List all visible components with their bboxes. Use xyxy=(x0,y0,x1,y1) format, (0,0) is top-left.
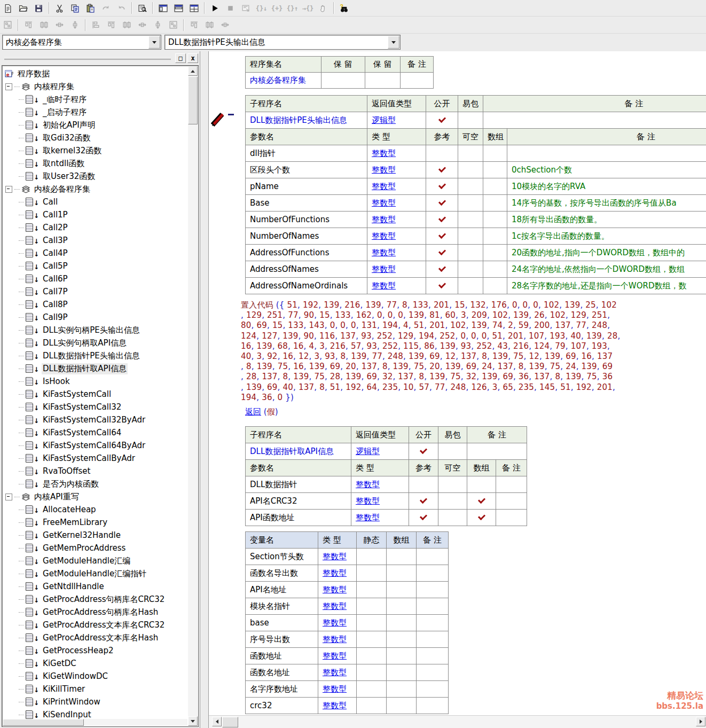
paste-button[interactable] xyxy=(83,1,98,15)
tree-item[interactable]: ↓Call9P xyxy=(19,311,187,324)
open-button[interactable] xyxy=(16,1,30,15)
scrollbar-thumb[interactable] xyxy=(3,719,84,726)
tree-item[interactable]: ↓IsHook xyxy=(19,375,187,388)
type-link[interactable]: 整数型 xyxy=(372,165,396,175)
save-button[interactable] xyxy=(32,1,46,15)
tree-collapse-box[interactable] xyxy=(5,186,12,193)
tree-item[interactable]: ↓GetProcAddress句柄库名CRC32 xyxy=(19,593,187,606)
tree-collapse-box[interactable] xyxy=(5,83,12,90)
type-link[interactable]: 整数型 xyxy=(323,552,347,561)
tree-vertical-scrollbar[interactable] xyxy=(188,66,198,726)
tree-item[interactable]: 内核必备程序集 xyxy=(5,183,187,195)
type-link[interactable]: 整数型 xyxy=(372,215,396,224)
tree-item[interactable]: ↓GetKernel32Handle xyxy=(19,529,187,542)
tree-item[interactable]: ↓DLL实例句柄取API信息 xyxy=(19,336,187,349)
type-link[interactable]: 整数型 xyxy=(323,651,347,661)
subroutine-combobox[interactable]: DLL数据指针PE头输出信息 xyxy=(164,35,401,50)
cut-button[interactable] xyxy=(52,1,67,15)
tree-item[interactable]: ↓Call1P xyxy=(19,208,187,221)
layout-grid-button[interactable] xyxy=(187,1,201,15)
scrollbar-thumb[interactable] xyxy=(188,76,198,124)
tree-item[interactable]: 内核API重写 xyxy=(5,490,187,503)
type-link[interactable]: 整数型 xyxy=(356,480,380,489)
tree-item[interactable]: ↓取kernel32函数 xyxy=(19,144,187,157)
tree-item[interactable]: ↓GetMemProcAddress xyxy=(19,542,187,554)
type-link[interactable]: 整数型 xyxy=(372,248,396,257)
tree-item[interactable]: ↓取ntdll函数 xyxy=(19,157,187,170)
help-find-button[interactable]: ? xyxy=(337,1,351,15)
type-link[interactable]: 整数型 xyxy=(323,568,347,578)
tree-item[interactable]: ↓GetProcAddress文本库名CRC32 xyxy=(19,619,187,631)
type-link[interactable]: 整数型 xyxy=(372,182,396,191)
tree-item[interactable]: ↓是否为内核函数 xyxy=(19,477,187,490)
tree-item[interactable]: ↓GetProcessHeap2 xyxy=(19,644,187,657)
type-link[interactable]: 整数型 xyxy=(372,198,396,208)
find-button[interactable] xyxy=(135,1,150,15)
layout-left-button[interactable] xyxy=(156,1,170,15)
new-button[interactable] xyxy=(1,1,15,15)
type-link[interactable]: 整数型 xyxy=(372,148,396,158)
tree-item[interactable]: ↓KiFastSystemCall xyxy=(19,388,187,401)
tree-item[interactable]: ↓KiFastSystemCall64 xyxy=(19,426,187,439)
tree-item[interactable]: ↓KiGetDC xyxy=(19,657,187,670)
tree-item[interactable]: ↓初始化API声明 xyxy=(19,119,187,131)
scroll-down-button[interactable] xyxy=(188,716,198,726)
tree-item[interactable]: ↓KiPrintWindow xyxy=(19,695,187,708)
tree-item[interactable]: ↓GetNtdllHandle xyxy=(19,580,187,593)
collapse-minus-icon[interactable] xyxy=(228,114,234,115)
tree-item[interactable]: ↓KiFastSystemCall32 xyxy=(19,401,187,413)
tree-item[interactable]: ↓FreeMemLibrary xyxy=(19,516,187,529)
type-link[interactable]: 整数型 xyxy=(323,668,347,677)
copy-button[interactable] xyxy=(68,1,82,15)
type-link[interactable]: 逻辑型 xyxy=(372,115,396,125)
tree-item[interactable]: ↓RvaToOffset xyxy=(19,465,187,477)
tree-item[interactable]: ↓_启动子程序 xyxy=(19,106,187,119)
return-keyword[interactable]: 返回 xyxy=(245,407,261,417)
type-link[interactable]: 整数型 xyxy=(372,231,396,241)
type-link[interactable]: 整数型 xyxy=(372,264,396,274)
type-link[interactable]: 整数型 xyxy=(323,701,347,710)
tree-item[interactable]: ↓KiFastSystemCall32ByAdr xyxy=(19,413,187,426)
type-link[interactable]: 整数型 xyxy=(323,618,347,628)
tree-item[interactable]: ↓AllocateHeap xyxy=(19,503,187,516)
pane-drag-handle[interactable] xyxy=(4,57,171,60)
tree-item[interactable]: ↓KiKillTimer xyxy=(19,683,187,695)
scrollbar-thumb[interactable] xyxy=(222,717,238,727)
tree-item[interactable]: ↓Call3P xyxy=(19,234,187,247)
tree-item[interactable]: ↓Call6P xyxy=(19,272,187,285)
type-link[interactable]: 整数型 xyxy=(372,281,396,291)
type-link[interactable]: 整数型 xyxy=(323,635,347,644)
tree-item[interactable]: ↓取User32函数 xyxy=(19,170,187,183)
scroll-left-button[interactable] xyxy=(212,717,222,726)
scroll-up-button[interactable] xyxy=(188,66,198,76)
assembly-combobox-dropdown-button[interactable] xyxy=(148,36,160,49)
tree-item[interactable]: ↓GetProcAddress句柄库名Hash xyxy=(19,606,187,619)
tree-item[interactable]: ↓KiFastSystemCallByAdr xyxy=(19,452,187,465)
tree-collapse-box[interactable] xyxy=(5,494,12,500)
tree-item[interactable]: ↓_临时子程序 xyxy=(19,93,187,106)
subroutine-combobox-dropdown-button[interactable] xyxy=(388,36,399,49)
tree-item[interactable]: ↓Call4P xyxy=(19,247,187,260)
tree-item[interactable]: ↓GetModuleHandle汇编 xyxy=(19,554,187,567)
tree-item[interactable]: ↓Call7P xyxy=(19,285,187,298)
pane-maximize-button[interactable]: □ xyxy=(175,53,186,63)
pane-close-button[interactable]: x xyxy=(187,53,198,63)
scroll-right-button[interactable] xyxy=(696,717,705,726)
tree-item[interactable]: ↓KiSendInput xyxy=(19,708,187,719)
content-horizontal-scrollbar[interactable] xyxy=(209,715,706,728)
type-link[interactable]: 整数型 xyxy=(323,601,347,611)
tree-item[interactable]: ↓DLL数据指针取API信息 xyxy=(19,362,187,375)
type-link[interactable]: 逻辑型 xyxy=(356,447,380,456)
tree-item-root[interactable]: e程序数据 xyxy=(5,67,187,80)
type-link[interactable]: 整数型 xyxy=(323,585,347,594)
tree-item[interactable]: ↓Call xyxy=(19,195,187,208)
run-button[interactable] xyxy=(208,1,222,15)
tree-item[interactable]: ↓DLL数据指针PE头输出信息 xyxy=(19,349,187,362)
tree-item[interactable]: ↓Call5P xyxy=(19,260,187,272)
tree-item[interactable]: ↓KiFastSystemCall64ByAdr xyxy=(19,439,187,452)
layout-top-button[interactable] xyxy=(171,1,186,15)
pane-titlebar[interactable]: □ x xyxy=(0,51,200,65)
tree-item[interactable]: ↓KiGetWindowDC xyxy=(19,670,187,683)
tree-item[interactable]: ↓Call2P xyxy=(19,221,187,234)
tree-item[interactable]: ↓DLL实例句柄PE头输出信息 xyxy=(19,324,187,336)
